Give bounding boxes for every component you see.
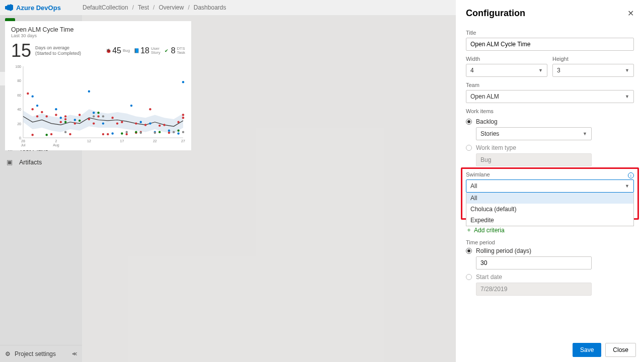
add-criteria-link[interactable]: ＋Add criteria	[466, 226, 634, 234]
svg-point-30	[88, 118, 90, 120]
svg-point-38	[126, 133, 128, 135]
svg-point-27	[69, 133, 71, 135]
backlog-select[interactable]: Stories▼	[476, 127, 592, 140]
svg-point-57	[102, 122, 104, 124]
svg-point-17	[32, 108, 34, 110]
svg-point-52	[55, 108, 57, 110]
svg-point-76	[102, 115, 104, 117]
svg-text:2: 2	[55, 139, 57, 143]
svg-point-19	[36, 115, 38, 117]
svg-point-65	[182, 81, 184, 83]
svg-point-61	[149, 122, 151, 124]
svg-text:40: 40	[17, 108, 21, 111]
svg-point-50	[32, 95, 34, 97]
chevron-down-icon: ▼	[625, 68, 629, 73]
workitemtype-select: Bug	[476, 153, 592, 166]
svg-text:60: 60	[17, 94, 21, 97]
svg-point-44	[158, 125, 160, 127]
swimlane-label: Swimlane	[466, 171, 490, 177]
cycle-time-chart: 02040608010028Jul2Aug12172227	[11, 64, 185, 150]
cycle-time-widget: Open ALM Cycle Time Last 30 days 15 Days…	[5, 21, 191, 150]
svg-text:22: 22	[153, 139, 157, 143]
svg-point-34	[107, 133, 109, 135]
close-button[interactable]: Close	[605, 343, 636, 357]
timeperiod-label: Time period	[466, 239, 634, 245]
swimlane-option[interactable]: Expedite	[466, 215, 633, 226]
workitemtype-radio[interactable]: Work item type	[466, 144, 634, 151]
svg-point-58	[112, 132, 114, 134]
svg-point-54	[74, 119, 76, 121]
svg-text:12: 12	[87, 139, 91, 143]
info-icon[interactable]: i	[628, 172, 634, 178]
width-select[interactable]: 4▼	[466, 64, 547, 77]
swimlane-dropdown: All Choluca (default) Expedite	[466, 193, 634, 226]
plus-icon: ＋	[466, 226, 472, 234]
svg-text:28: 28	[21, 139, 25, 143]
svg-point-59	[130, 105, 132, 107]
height-label: Height	[552, 56, 634, 62]
svg-point-36	[116, 122, 118, 124]
svg-point-39	[135, 122, 137, 124]
chevron-down-icon: ▼	[538, 68, 543, 73]
svg-point-74	[64, 131, 66, 133]
svg-point-31	[93, 122, 95, 124]
svg-point-68	[78, 120, 80, 122]
svg-point-43	[149, 108, 151, 110]
svg-point-25	[64, 118, 66, 120]
svg-point-81	[182, 131, 184, 133]
bug-icon: 🐞	[106, 48, 111, 53]
task-icon: ✔	[165, 48, 170, 53]
svg-point-51	[36, 105, 38, 107]
team-select[interactable]: Open ALM▼	[466, 90, 634, 103]
svg-point-18	[32, 134, 34, 136]
svg-text:Jul: Jul	[21, 143, 26, 147]
widget-title: Open ALM Cycle Time	[11, 26, 185, 33]
svg-point-48	[182, 114, 184, 116]
svg-point-56	[93, 112, 95, 114]
cycle-time-value: 15	[11, 40, 31, 61]
close-icon[interactable]: ✕	[627, 9, 634, 18]
svg-point-22	[50, 133, 52, 135]
svg-point-26	[64, 115, 66, 117]
svg-point-77	[126, 131, 128, 133]
svg-point-67	[64, 121, 66, 123]
save-button[interactable]: Save	[573, 343, 601, 357]
svg-point-46	[168, 132, 170, 134]
swimlane-option[interactable]: All	[466, 193, 633, 204]
svg-point-71	[135, 131, 137, 133]
svg-point-78	[140, 132, 142, 134]
rolling-input[interactable]	[476, 256, 592, 269]
svg-point-33	[102, 133, 104, 135]
chevron-down-icon: ▼	[583, 131, 587, 136]
svg-point-80	[173, 131, 175, 133]
panel-title: Configuration	[466, 8, 525, 19]
startdate-radio[interactable]: Start date	[466, 274, 634, 281]
width-label: Width	[466, 56, 547, 62]
svg-point-73	[177, 130, 179, 132]
backlog-radio[interactable]: Backlog	[466, 118, 634, 125]
svg-point-55	[88, 90, 90, 93]
title-input[interactable]	[466, 38, 634, 51]
height-select[interactable]: 3▼	[552, 64, 634, 77]
svg-text:27: 27	[181, 139, 185, 143]
svg-point-28	[74, 122, 76, 124]
svg-point-75	[93, 115, 95, 117]
svg-point-64	[177, 132, 179, 134]
rolling-radio[interactable]: Rolling period (days)	[466, 247, 634, 254]
svg-point-79	[154, 132, 156, 134]
svg-point-21	[46, 115, 48, 117]
svg-point-23	[55, 114, 57, 116]
svg-text:17: 17	[120, 139, 124, 143]
chart-svg: 02040608010028Jul2Aug12172227	[11, 64, 185, 150]
swimlane-option[interactable]: Choluca (default)	[466, 204, 633, 215]
svg-point-35	[112, 117, 114, 119]
workitems-label: Work items	[466, 108, 634, 114]
legend: 🐞45Bug 📘18UserStory ✔8DTSTask	[106, 46, 185, 55]
team-label: Team	[466, 82, 634, 88]
svg-text:80: 80	[17, 79, 21, 82]
chevron-down-icon: ▼	[625, 94, 629, 99]
svg-point-66	[46, 134, 48, 136]
widget-subtitle: Last 30 days	[11, 33, 185, 38]
swimlane-select[interactable]: All▼	[466, 179, 634, 193]
svg-point-42	[144, 124, 146, 126]
